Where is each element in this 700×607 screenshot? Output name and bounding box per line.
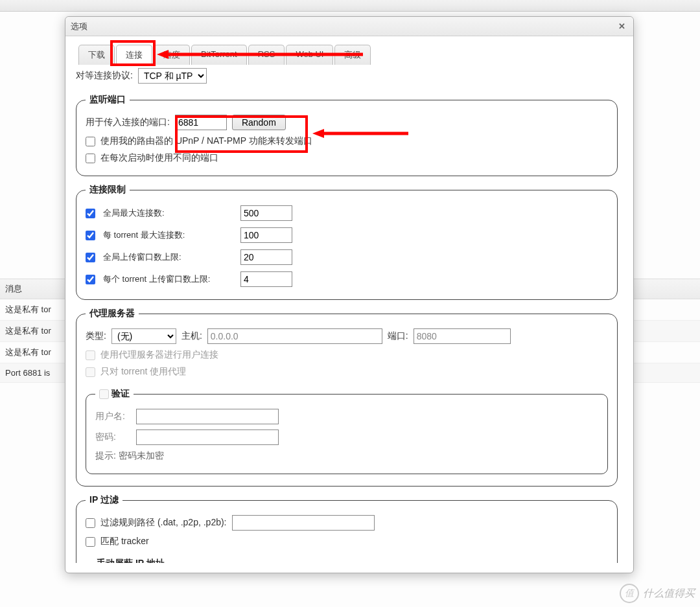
global-upload-slots-row: 全局上传窗口数上限:: [86, 246, 608, 268]
per-torrent-upload-slots-checkbox[interactable]: [86, 275, 95, 284]
upnp-label: 使用我的路由器的 UPnP / NAT-PMP 功能来转发端口: [100, 135, 312, 147]
dialog-title: 选项: [71, 21, 615, 32]
protocol-select[interactable]: TCP 和 µTP: [138, 68, 207, 84]
proxy-config-row: 类型: (无) 主机: 端口:: [86, 326, 608, 347]
ipfilter-match-tracker-row: 匹配 tracker: [86, 533, 608, 550]
listen-port-legend: 监听端口: [86, 94, 130, 106]
ipfilter-path-input[interactable]: [232, 515, 375, 531]
random-each-start-checkbox[interactable]: [86, 154, 95, 163]
tab-rss[interactable]: RSS: [248, 45, 285, 65]
close-icon[interactable]: ✕: [615, 20, 628, 33]
options-dialog: 选项 ✕ 下载 连接 速度 BitTorrent RSS Web UI 高级 对…: [65, 16, 634, 573]
proxy-user-row: 用户名:: [95, 406, 598, 427]
ipfilter-match-tracker-checkbox[interactable]: [86, 537, 95, 547]
connection-limits-legend: 连接限制: [86, 184, 130, 196]
proxy-peer-checkbox[interactable]: [86, 350, 95, 360]
proxy-peer-label: 使用代理服务器进行用户连接: [100, 349, 218, 361]
upnp-checkbox[interactable]: [86, 137, 95, 146]
proxy-auth-checkbox[interactable]: [99, 389, 109, 399]
proxy-hint-row: 提示: 密码未加密: [95, 448, 598, 464]
dialog-body: 下载 连接 速度 BitTorrent RSS Web UI 高级 对等连接协议…: [65, 36, 633, 573]
proxy-host-label: 主机:: [181, 330, 202, 342]
global-upload-slots-input[interactable]: [240, 249, 292, 265]
incoming-port-label: 用于传入连接的端口:: [86, 117, 170, 128]
connection-limits-fieldset: 连接限制 全局最大连接数: 每 torrent 最大连接数: 全局上传窗口数上限…: [76, 184, 618, 300]
manual-block-legend: 手动屏蔽 IP 地址...: [93, 558, 176, 563]
per-torrent-max-row: 每 torrent 最大连接数:: [86, 224, 608, 246]
global-max-input[interactable]: [240, 205, 292, 221]
tab-content-scroll[interactable]: 对等连接协议: TCP 和 µTP 监听端口 用于传入连接的端口: Random…: [75, 64, 624, 563]
ipfilter-match-tracker-label: 匹配 tracker: [100, 536, 149, 547]
proxy-peer-row: 使用代理服务器进行用户连接: [86, 347, 608, 363]
global-max-label: 全局最大连接数:: [103, 207, 233, 219]
watermark-icon: 值: [620, 584, 639, 603]
proxy-only-torrent-row: 只对 torrent 使用代理: [86, 363, 608, 380]
proxy-auth-fieldset: 验证 用户名: 密码: 提示: 密码未加密: [86, 388, 608, 474]
per-torrent-upload-slots-label: 每个 torrent 上传窗口数上限:: [103, 273, 233, 285]
per-torrent-max-checkbox[interactable]: [86, 231, 95, 240]
incoming-port-input[interactable]: [175, 115, 227, 130]
ipfilter-path-label: 过滤规则路径 (.dat, .p2p, .p2b):: [100, 517, 227, 529]
proxy-pass-input[interactable]: [136, 429, 279, 445]
watermark-text: 什么值得买: [643, 587, 695, 601]
listen-port-fieldset: 监听端口 用于传入连接的端口: Random 使用我的路由器的 UPnP / N…: [76, 94, 618, 176]
bg-toolbar: [0, 0, 700, 12]
ipfilter-path-row: 过滤规则路径 (.dat, .p2p, .p2b):: [86, 512, 608, 533]
proxy-legend: 代理服务器: [86, 308, 139, 319]
proxy-auth-legend: 验证: [95, 388, 134, 400]
tab-download[interactable]: 下载: [78, 45, 115, 65]
ipfilter-enable-checkbox[interactable]: [86, 518, 95, 528]
proxy-port-input[interactable]: [414, 328, 511, 344]
upnp-row: 使用我的路由器的 UPnP / NAT-PMP 功能来转发端口: [86, 133, 608, 150]
tab-connection[interactable]: 连接: [116, 45, 152, 65]
proxy-only-torrent-label: 只对 torrent 使用代理: [100, 366, 186, 378]
incoming-port-row: 用于传入连接的端口: Random: [86, 112, 608, 133]
dialog-titlebar[interactable]: 选项 ✕: [65, 17, 633, 36]
proxy-fieldset: 代理服务器 类型: (无) 主机: 端口: 使用代理服务器进行用户连接: [76, 308, 618, 487]
proxy-port-label: 端口:: [388, 330, 408, 342]
per-torrent-upload-slots-row: 每个 torrent 上传窗口数上限:: [86, 268, 608, 290]
global-max-checkbox[interactable]: [86, 209, 95, 218]
per-torrent-max-input[interactable]: [240, 227, 292, 243]
proxy-user-label: 用户名:: [95, 411, 131, 422]
global-upload-slots-checkbox[interactable]: [86, 253, 95, 262]
tab-bar: 下载 连接 速度 BitTorrent RSS Web UI 高级: [75, 44, 624, 64]
random-port-button[interactable]: Random: [232, 115, 286, 130]
proxy-only-torrent-checkbox[interactable]: [86, 367, 95, 377]
per-torrent-max-label: 每 torrent 最大连接数:: [103, 229, 233, 241]
global-max-row: 全局最大连接数:: [86, 202, 608, 224]
tab-bittorrent[interactable]: BitTorrent: [191, 45, 247, 65]
random-each-start-label: 在每次启动时使用不同的端口: [100, 152, 218, 164]
per-torrent-upload-slots-input[interactable]: [240, 271, 292, 287]
protocol-label: 对等连接协议:: [76, 70, 133, 82]
proxy-type-label: 类型:: [86, 330, 106, 342]
global-upload-slots-label: 全局上传窗口数上限:: [103, 251, 233, 263]
proxy-type-select[interactable]: (无): [111, 328, 176, 344]
ipfilter-fieldset: IP 过滤 过滤规则路径 (.dat, .p2p, .p2b): 匹配 trac…: [76, 494, 618, 563]
proxy-hint: 提示: 密码未加密: [95, 450, 164, 462]
protocol-row: 对等连接协议: TCP 和 µTP: [76, 65, 618, 86]
ipfilter-legend: IP 过滤: [86, 494, 122, 506]
tab-speed[interactable]: 速度: [154, 45, 190, 65]
watermark: 值 什么值得买: [620, 584, 695, 603]
random-each-start-row: 在每次启动时使用不同的端口: [86, 150, 608, 166]
proxy-pass-label: 密码:: [95, 431, 131, 443]
proxy-pass-row: 密码:: [95, 427, 598, 448]
tab-webui[interactable]: Web UI: [286, 45, 333, 65]
tab-advanced[interactable]: 高级: [334, 45, 371, 65]
manual-block-fieldset: 手动屏蔽 IP 地址...: [86, 558, 608, 563]
proxy-host-input[interactable]: [207, 328, 382, 344]
proxy-user-input[interactable]: [136, 409, 279, 424]
